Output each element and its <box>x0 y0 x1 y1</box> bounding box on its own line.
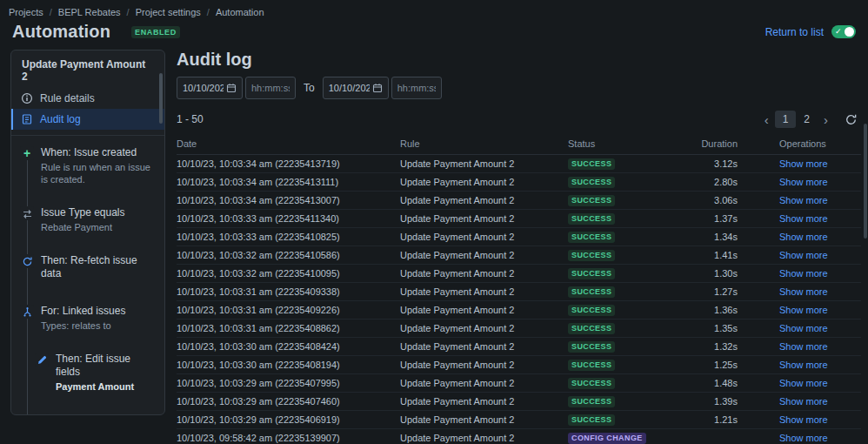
add-component-icon <box>35 414 49 415</box>
component-subtitle: Rebate Payment <box>41 221 125 233</box>
cell-duration: 1.39s <box>698 393 738 411</box>
calendar-icon[interactable] <box>226 83 237 93</box>
status-badge: SUCCESS <box>568 213 615 225</box>
status-badge: SUCCESS <box>568 396 615 407</box>
show-more-link[interactable]: Show more <box>779 268 828 279</box>
component-condition[interactable]: Issue Type equals Rebate Payment <box>20 206 156 233</box>
table-row: 10/10/23, 10:03:34 am (22235413111)Updat… <box>177 173 861 192</box>
show-more-link[interactable]: Show more <box>779 341 828 352</box>
from-time-field <box>245 77 296 99</box>
show-more-link[interactable]: Show more <box>779 360 828 370</box>
cell-duration: 1.30s <box>698 265 738 283</box>
component-title: Then: Re-fetch issue data <box>41 254 156 280</box>
component-trigger[interactable]: + When: Issue created Rule is run when a… <box>20 146 156 185</box>
table-row: 10/10/23, 10:03:33 am (22235411340)Updat… <box>177 210 861 228</box>
cell-date: 10/10/23, 10:03:30 am (22235408424) <box>177 338 400 356</box>
cell-duration: 1.32s <box>698 338 738 356</box>
breadcrumb-item-project[interactable]: BEPL Rebates <box>58 7 121 17</box>
panel-scrollbar[interactable] <box>159 73 163 124</box>
from-date-field <box>177 77 243 99</box>
date-filters: To <box>177 77 861 99</box>
show-more-link[interactable]: Show more <box>779 305 828 315</box>
component-branch[interactable]: For: Linked issues Types: relates to <box>20 305 156 332</box>
show-more-link[interactable]: Show more <box>779 250 828 260</box>
cell-date: 10/10/23, 10:03:29 am (22235406919) <box>177 411 400 429</box>
breadcrumb-item-projects[interactable]: Projects <box>9 7 43 17</box>
status-badge: SUCCESS <box>568 341 615 353</box>
page-scrollbar[interactable] <box>864 124 867 239</box>
show-more-link[interactable]: Show more <box>779 378 828 388</box>
cell-duration: 3.12s <box>698 155 738 173</box>
cell-date: 10/10/23, 10:03:31 am (22235409226) <box>177 301 400 320</box>
check-icon: ✓ <box>835 28 842 36</box>
condition-icon <box>20 206 34 220</box>
cell-status: SUCCESS <box>568 192 698 210</box>
audit-log-main: Audit log To 1 - 50 <box>177 50 861 444</box>
rule-enabled-toggle[interactable]: ✓ <box>831 25 856 38</box>
table-row: 10/10/23, 10:03:31 am (22235409338)Updat… <box>177 283 861 301</box>
to-time-input[interactable] <box>397 83 436 93</box>
cell-rule: Update Payment Amount 2 <box>400 246 568 265</box>
show-more-link[interactable]: Show more <box>779 433 828 443</box>
table-row: 10/10/23, 10:03:32 am (22235410586)Updat… <box>177 246 861 265</box>
show-more-link[interactable]: Show more <box>779 158 828 169</box>
nav-item-rule-details[interactable]: Rule details <box>11 88 164 109</box>
component-refetch[interactable]: Then: Re-fetch issue data <box>20 254 156 280</box>
cell-rule: Update Payment Amount 2 <box>400 228 568 246</box>
calendar-icon[interactable] <box>372 83 383 93</box>
breadcrumb-separator: / <box>207 7 210 17</box>
prev-page-button[interactable]: ‹ <box>758 113 775 126</box>
show-more-link[interactable]: Show more <box>779 213 828 224</box>
show-more-link[interactable]: Show more <box>779 177 828 187</box>
cell-operations: Show more <box>738 338 861 356</box>
cell-date: 10/10/23, 10:03:33 am (22235410825) <box>177 228 400 246</box>
from-date-input[interactable] <box>183 83 224 93</box>
cell-date: 10/10/23, 10:03:31 am (22235409338) <box>177 283 400 301</box>
cell-duration: 1.35s <box>698 320 738 338</box>
component-edit-fields[interactable]: Then: Edit issue fields Payment Amount <box>35 353 156 393</box>
nav-item-label: Audit log <box>40 113 81 125</box>
cell-date: 10/10/23, 10:03:34 am (22235413007) <box>177 192 400 210</box>
show-more-link[interactable]: Show more <box>779 414 828 425</box>
return-to-list-link[interactable]: Return to list <box>765 26 824 38</box>
cell-operations: Show more <box>738 320 861 338</box>
from-time-input[interactable] <box>251 83 290 93</box>
cell-duration: 1.37s <box>698 210 738 228</box>
cell-duration <box>698 429 738 444</box>
show-more-link[interactable]: Show more <box>779 232 828 242</box>
to-date-input[interactable] <box>329 83 370 93</box>
add-component-button-nested[interactable]: Add component <box>35 414 156 415</box>
page-1-button[interactable]: 1 <box>775 111 797 128</box>
cell-status: SUCCESS <box>568 228 698 246</box>
table-row: 10/10/23, 10:03:31 am (22235408862)Updat… <box>177 320 861 338</box>
cell-date: 10/10/23, 10:03:29 am (22235407995) <box>177 374 400 393</box>
table-row: 10/10/23, 10:03:33 am (22235410825)Updat… <box>177 228 861 246</box>
refresh-icon[interactable] <box>845 113 858 126</box>
cell-rule: Update Payment Amount 2 <box>400 155 568 173</box>
rule-name: Update Payment Amount 2 <box>11 50 164 88</box>
show-more-link[interactable]: Show more <box>779 323 828 333</box>
show-more-link[interactable]: Show more <box>779 195 828 205</box>
breadcrumb-item-automation: Automation <box>216 7 264 17</box>
cell-operations: Show more <box>738 429 861 444</box>
page-2-button[interactable]: 2 <box>796 111 818 128</box>
rule-status-badge: ENABLED <box>131 26 180 38</box>
show-more-link[interactable]: Show more <box>779 396 828 407</box>
nav-item-audit-log[interactable]: Audit log <box>11 109 164 130</box>
cell-rule: Update Payment Amount 2 <box>400 429 568 444</box>
refetch-icon <box>20 254 34 268</box>
cell-date: 10/10/23, 10:03:32 am (22235410095) <box>177 265 400 283</box>
status-badge: CONFIG CHANGE <box>568 433 646 444</box>
breadcrumb-separator: / <box>127 7 130 17</box>
info-icon <box>21 92 33 104</box>
trigger-icon: + <box>20 146 34 160</box>
cell-rule: Update Payment Amount 2 <box>400 374 568 393</box>
cell-rule: Update Payment Amount 2 <box>400 301 568 320</box>
show-more-link[interactable]: Show more <box>779 286 828 297</box>
header-status: Status <box>568 137 698 155</box>
next-page-button[interactable]: › <box>818 113 834 126</box>
breadcrumb-item-project-settings[interactable]: Project settings <box>136 7 201 17</box>
table-row: 10/10/23, 10:03:32 am (22235410095)Updat… <box>177 265 861 283</box>
cell-duration: 1.36s <box>698 301 738 320</box>
cell-rule: Update Payment Amount 2 <box>400 192 568 210</box>
